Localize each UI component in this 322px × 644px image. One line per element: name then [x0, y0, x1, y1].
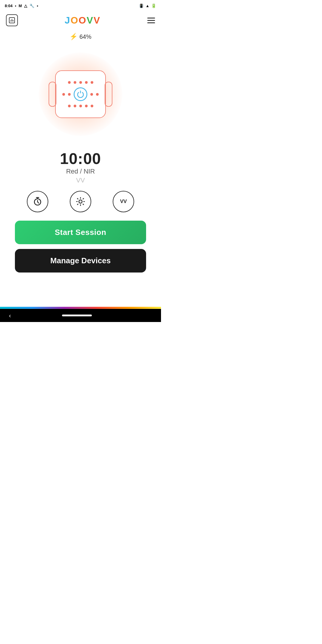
- dot-icon: •: [37, 4, 38, 8]
- led-dot: [91, 81, 93, 84]
- svg-point-5: [79, 200, 82, 203]
- dots-row-bottom: [68, 105, 93, 107]
- bluetooth-icon: •: [15, 4, 16, 8]
- led-dot: [74, 81, 76, 84]
- main-content: ⚡ 64%: [0, 30, 161, 273]
- logo-j: J: [65, 15, 71, 26]
- status-left: 8:04 • M △ 🔧 •: [5, 4, 38, 8]
- led-dot: [91, 105, 93, 107]
- tools-icon: 🔧: [30, 4, 34, 8]
- battery-status: ⚡ 64%: [69, 33, 91, 41]
- back-button[interactable]: ‹: [9, 312, 11, 319]
- led-dot: [85, 81, 88, 84]
- home-indicator[interactable]: [62, 315, 92, 316]
- brightness-control-button[interactable]: [70, 191, 91, 212]
- stats-icon-button[interactable]: [6, 14, 18, 26]
- vibrate-icon: 📳: [139, 4, 144, 8]
- manage-devices-button[interactable]: Manage Devices: [15, 249, 146, 273]
- led-dot: [85, 105, 88, 107]
- timer-control-button[interactable]: [27, 191, 48, 212]
- action-buttons: Start Session Manage Devices: [15, 221, 146, 273]
- header: JOOVV: [0, 11, 161, 30]
- status-bar: 8:04 • M △ 🔧 • 📳 ▲ 🔋: [0, 0, 161, 11]
- menu-button[interactable]: [147, 18, 155, 23]
- power-button[interactable]: [74, 87, 87, 101]
- svg-line-9: [83, 204, 83, 205]
- device-illustration: [33, 47, 128, 142]
- led-dot: [68, 105, 71, 107]
- start-session-button[interactable]: Start Session: [15, 221, 146, 244]
- controls-row: VV: [21, 191, 140, 212]
- led-dot: [62, 93, 65, 96]
- led-dot: [79, 105, 82, 107]
- lightning-icon: ⚡: [69, 33, 78, 41]
- svg-line-13: [83, 199, 83, 199]
- mode-control-button[interactable]: VV: [113, 191, 134, 212]
- led-dot: [96, 93, 99, 96]
- mode-symbol: VV: [76, 177, 85, 184]
- time-display: 8:04: [5, 4, 13, 8]
- mode-label: Red / NIR: [66, 168, 95, 175]
- battery-icon: 🔋: [151, 3, 156, 8]
- logo-o2: O: [79, 15, 87, 26]
- mode-control-label: VV: [120, 199, 127, 205]
- dots-row-top: [68, 81, 93, 84]
- battery-percent-label: 64%: [79, 33, 91, 40]
- logo-o1: O: [71, 15, 79, 26]
- svg-line-12: [78, 204, 78, 205]
- wifi-icon: ▲: [145, 4, 149, 8]
- timer-display: 10:00: [60, 151, 101, 166]
- device-inner: [62, 81, 99, 107]
- logo-v2: V: [94, 15, 100, 26]
- svg-line-8: [78, 199, 78, 199]
- led-dot: [90, 93, 93, 96]
- status-right: 📳 ▲ 🔋: [139, 3, 156, 8]
- device-body: [55, 70, 106, 118]
- led-dot: [68, 81, 71, 84]
- gmail-icon: M: [19, 4, 22, 8]
- led-dot: [68, 93, 71, 96]
- rainbow-bar: [0, 307, 161, 309]
- led-dot: [74, 105, 76, 107]
- led-dot: [79, 81, 82, 84]
- app-logo: JOOVV: [65, 15, 100, 26]
- bottom-nav-bar: ‹: [0, 309, 161, 322]
- drive-icon: △: [24, 4, 27, 8]
- logo-v1: V: [86, 15, 93, 26]
